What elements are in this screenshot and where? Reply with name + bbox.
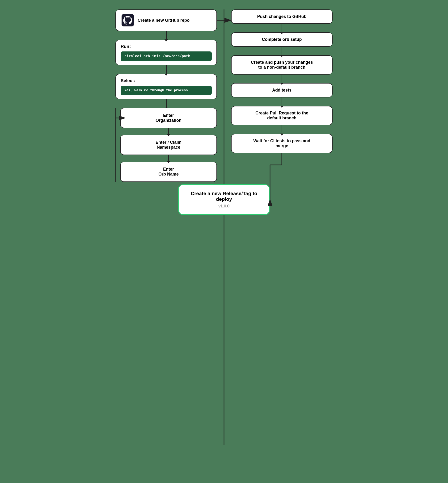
split-box-namespace: Enter / ClaimNamespace xyxy=(120,135,217,155)
split-arrow-1 xyxy=(168,128,169,135)
left-bracket-vline xyxy=(115,108,116,182)
arrow-r3-r4 xyxy=(282,75,282,83)
run-command-box: Run: circleci orb init /new/orb/path xyxy=(115,40,217,65)
complete-orb-setup-box: Complete orb setup xyxy=(231,32,333,47)
add-tests-label: Add tests xyxy=(272,88,291,93)
release-title: Create a new Release/Tag todeploy xyxy=(191,191,257,202)
arrow-l3-splits xyxy=(166,99,167,108)
arrow-r2-r3 xyxy=(282,47,282,55)
arrow-r5-r6 xyxy=(282,125,282,134)
split-boxes-container: EnterOrganization Enter / ClaimNamespace… xyxy=(115,108,217,182)
split-org-label: EnterOrganization xyxy=(156,113,182,123)
run-label: Run: xyxy=(121,44,212,49)
select-option: Yes, walk me through the process xyxy=(121,86,212,95)
split-arrowhead-1 xyxy=(167,134,170,136)
complete-orb-setup-label: Complete orb setup xyxy=(262,37,302,42)
arrow-l2-l3 xyxy=(166,65,167,74)
center-divider-line xyxy=(224,9,224,445)
create-push-branch-box: Create and push your changesto a non-def… xyxy=(231,55,333,75)
create-pull-request-label: Create Pull Request to thedefault branch xyxy=(255,111,308,120)
push-changes-label: Push changes to GitHub xyxy=(257,14,306,19)
select-box: Select: Yes, walk me through the process xyxy=(115,74,217,99)
main-wrapper: Create a new GitHub repo Run: circleci o… xyxy=(115,9,333,474)
split-orbname-label: EnterOrb Name xyxy=(158,167,179,176)
wait-ci-box: Wait for CI tests to pass andmerge xyxy=(231,134,333,153)
right-flow: Push changes to GitHub Complete orb setu… xyxy=(231,9,333,182)
arrow-l1-l2 xyxy=(166,31,167,40)
create-github-repo-label: Create a new GitHub repo xyxy=(138,18,190,23)
release-box: Create a new Release/Tag todeploy v1.0.0 xyxy=(178,184,270,215)
split-namespace-label: Enter / ClaimNamespace xyxy=(156,140,182,150)
add-tests-box: Add tests xyxy=(231,83,333,97)
run-code: circleci orb init /new/orb/path xyxy=(121,51,212,61)
wait-ci-label: Wait for CI tests to pass andmerge xyxy=(253,139,310,148)
left-flow: Create a new GitHub repo Run: circleci o… xyxy=(115,9,217,182)
arrow-r1-r2 xyxy=(282,24,282,32)
push-changes-box: Push changes to GitHub xyxy=(231,9,333,24)
arrow-r4-r5 xyxy=(282,97,282,106)
split-box-organization: EnterOrganization xyxy=(120,108,217,128)
create-pull-request-box: Create Pull Request to thedefault branch xyxy=(231,106,333,125)
split-arrowhead-2 xyxy=(167,161,170,163)
create-github-repo-box: Create a new GitHub repo xyxy=(115,9,217,31)
github-icon xyxy=(121,14,134,26)
create-push-branch-label: Create and push your changesto a non-def… xyxy=(251,60,313,70)
bottom-section: Create a new Release/Tag todeploy v1.0.0 xyxy=(115,184,333,215)
select-label: Select: xyxy=(121,78,212,83)
split-box-orb-name: EnterOrb Name xyxy=(120,162,217,182)
split-arrow-2 xyxy=(168,155,169,162)
release-version: v1.0.0 xyxy=(191,204,257,209)
